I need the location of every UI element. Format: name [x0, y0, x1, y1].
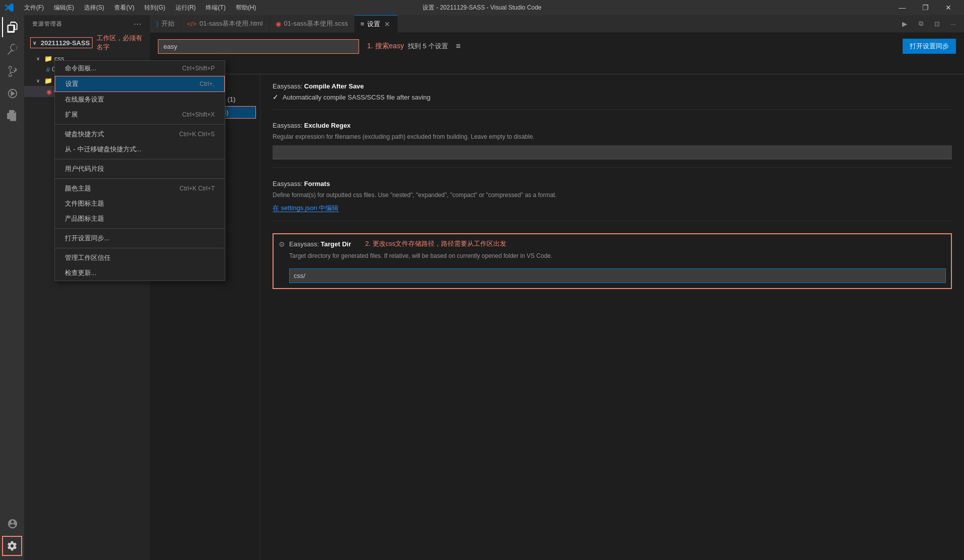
- setting-target-desc: Target directory for generated files. If…: [289, 251, 946, 260]
- menu-color-theme[interactable]: 颜色主题 Ctrl+K Ctrl+T: [55, 181, 225, 196]
- sass-folder-arrow-icon: ∨: [36, 78, 44, 83]
- menu-migrate-shortcuts[interactable]: 从 - 中迁移键盘快捷方式...: [55, 142, 225, 157]
- tab-welcome-label: 开始: [161, 19, 174, 28]
- menu-terminal[interactable]: 终端(T): [202, 3, 229, 13]
- settings-search-row: 1. 搜索easy 找到 5 个设置 ≡ 打开设置同步: [150, 33, 964, 58]
- menu-online-services[interactable]: 在线服务设置: [55, 92, 225, 107]
- setting-formats-desc: Define format(s) for outputted css files…: [273, 191, 952, 200]
- titlebar-left: 文件(F) 编辑(E) 选择(S) 查看(V) 转到(G) 运行(R) 终端(T…: [4, 3, 260, 13]
- tab-settings[interactable]: ≡ 设置 ✕: [355, 15, 398, 33]
- settings-tab-icon: ≡: [361, 20, 365, 28]
- setting-target-title: Easysass: Target Dir: [289, 240, 351, 248]
- titlebar-controls: — ❐ ✕: [891, 0, 960, 15]
- activity-settings[interactable]: [2, 536, 22, 556]
- content-area: ⟩ 开始 </> 01-sass基本使用.html ◉ 01-sass基本使用.…: [150, 15, 964, 560]
- css-folder-icon: 📁: [44, 55, 52, 62]
- activity-account[interactable]: [2, 514, 22, 534]
- root-folder[interactable]: ∨ 20211129-SASS: [30, 37, 93, 48]
- activity-extensions[interactable]: [2, 106, 22, 126]
- setting-target-dir-content: Easysass: Target Dir 2. 更改css文件存储路径，路径需要…: [289, 239, 946, 283]
- activity-run[interactable]: [2, 83, 22, 104]
- maximize-button[interactable]: ❐: [914, 0, 937, 15]
- menu-divider-5: [55, 248, 225, 248]
- sidebar-more-button[interactable]: ···: [134, 20, 142, 29]
- setting-gear-row: ⚙ Easysass: Target Dir 2. 更改css文件存储路径，路径…: [279, 239, 946, 283]
- menu-file[interactable]: 文件(F): [20, 3, 48, 13]
- setting-compile-after-save: Easysass: Compile After Save ✓ Automatic…: [273, 82, 952, 110]
- tab-settings-label: 设置: [367, 20, 380, 29]
- target-dir-title-row: Easysass: Target Dir 2. 更改css文件存储路径，路径需要…: [289, 239, 946, 248]
- tab-welcome[interactable]: ⟩ 开始: [150, 15, 181, 33]
- menu-command-palette[interactable]: 命令面板... Ctrl+Shift+P: [55, 61, 225, 76]
- layout-button[interactable]: ⊡: [930, 17, 944, 31]
- filter-icon[interactable]: ≡: [456, 42, 461, 51]
- close-button[interactable]: ✕: [937, 0, 960, 15]
- compile-check-label: Automatically compile SASS/SCSS file aft…: [283, 94, 430, 101]
- menu-goto[interactable]: 转到(G): [140, 3, 169, 13]
- tab-bar: ⟩ 开始 </> 01-sass基本使用.html ◉ 01-sass基本使用.…: [150, 15, 964, 33]
- menu-user-snippets[interactable]: 用户代码片段: [55, 161, 225, 176]
- setting-formats: Easysass: Formats Define format(s) for o…: [273, 180, 952, 221]
- more-actions-button[interactable]: ···: [946, 17, 960, 31]
- activity-bar-bottom: [2, 514, 22, 560]
- activity-source-control[interactable]: [2, 61, 22, 81]
- main-layout: 资源管理器 ··· ∨ 20211129-SASS 工作区，必须有名字 ∨ 📁 …: [0, 15, 964, 560]
- vscode-logo-icon: [4, 3, 14, 13]
- minimize-button[interactable]: —: [891, 0, 914, 15]
- titlebar-menu: 文件(F) 编辑(E) 选择(S) 查看(V) 转到(G) 运行(R) 终端(T…: [20, 3, 260, 13]
- scss-tab-icon: ◉: [276, 20, 281, 28]
- settings-sync-button[interactable]: 打开设置同步: [903, 39, 956, 54]
- sass-folder-icon: 📁: [44, 77, 52, 84]
- target-dir-annotation: 2. 更改css文件存储路径，路径需要从工作区出发: [365, 239, 506, 248]
- menu-view[interactable]: 查看(V): [110, 3, 138, 13]
- run-action-button[interactable]: ▶: [898, 17, 912, 31]
- menu-file-icon-theme[interactable]: 文件图标主题: [55, 196, 225, 211]
- settings-panel: 1. 搜索easy 找到 5 个设置 ≡ 打开设置同步 用户 工作区 ∨ 扩展 …: [150, 33, 964, 560]
- css-file-icon: #: [46, 66, 50, 73]
- activity-search[interactable]: [2, 39, 22, 59]
- setting-formats-title: Easysass: Formats: [273, 180, 952, 188]
- menu-check-updates[interactable]: 检查更新...: [55, 265, 225, 281]
- settings-body: ∨ 扩展 (5) Easy LESS config... (1) EasySas…: [150, 74, 964, 560]
- menu-divider-4: [55, 228, 225, 229]
- exclude-regex-input[interactable]: [273, 145, 952, 159]
- tab-scss-label: 01-sass基本使用.scss: [284, 19, 348, 28]
- activity-bar: [0, 15, 24, 560]
- target-dir-input[interactable]: [289, 268, 946, 283]
- menu-select[interactable]: 选择(S): [80, 3, 108, 13]
- search-result-info: 1. 搜索easy 找到 5 个设置: [367, 42, 448, 51]
- menu-extensions[interactable]: 扩展 Ctrl+Shift+X: [55, 107, 225, 122]
- tab-scss[interactable]: ◉ 01-sass基本使用.scss: [270, 15, 355, 33]
- menu-product-icon-theme[interactable]: 产品图标主题: [55, 211, 225, 226]
- setting-target-dir: ⚙ Easysass: Target Dir 2. 更改css文件存储路径，路径…: [273, 233, 952, 289]
- css-folder-arrow-icon: ∨: [36, 56, 44, 61]
- settings-search-input[interactable]: [158, 39, 359, 54]
- menu-keyboard-shortcuts[interactable]: 键盘快捷方式 Ctrl+K Ctrl+S: [55, 127, 225, 142]
- menu-settings[interactable]: 设置 Ctrl+,: [55, 76, 225, 92]
- menu-run[interactable]: 运行(R): [171, 3, 200, 13]
- setting-exclude-regex: Easysass: Exclude Regex Regular expressi…: [273, 122, 952, 168]
- titlebar-title: 设置 - 20211129-SASS - Visual Studio Code: [422, 4, 542, 12]
- setting-compile-check: ✓ Automatically compile SASS/SCSS file a…: [273, 93, 952, 101]
- menu-divider-1: [55, 124, 225, 125]
- menu-manage-trust[interactable]: 管理工作区信任: [55, 250, 225, 265]
- settings-entries-list: Easysass: Compile After Save ✓ Automatic…: [260, 74, 964, 560]
- tab-html[interactable]: </> 01-sass基本使用.html: [181, 15, 270, 33]
- setting-compile-title: Easysass: Compile After Save: [273, 82, 952, 90]
- scss-file-icon: ◉: [46, 88, 52, 96]
- context-menu: 命令面板... Ctrl+Shift+P 设置 Ctrl+, 在线服务设置 扩展…: [54, 60, 225, 281]
- workspace-row: ∨ 20211129-SASS 工作区，必须有名字: [24, 33, 150, 53]
- menu-help[interactable]: 帮助(H): [232, 3, 260, 13]
- split-editor-button[interactable]: ⧉: [914, 17, 928, 31]
- menu-edit[interactable]: 编辑(E): [50, 3, 78, 13]
- setting-gear-icon[interactable]: ⚙: [279, 240, 285, 248]
- menu-divider-3: [55, 178, 225, 179]
- menu-open-settings-sync[interactable]: 打开设置同步...: [55, 231, 225, 246]
- sidebar: 资源管理器 ··· ∨ 20211129-SASS 工作区，必须有名字 ∨ 📁 …: [24, 15, 150, 560]
- activity-explorer[interactable]: [2, 17, 22, 37]
- tab-settings-close[interactable]: ✕: [383, 20, 391, 28]
- workspace-annotation: 工作区，必须有名字: [97, 34, 146, 52]
- html-tab-icon: </>: [187, 20, 197, 28]
- settings-json-link[interactable]: 在 settings.json 中编辑: [273, 204, 339, 212]
- search-result-count: 找到 5 个设置: [408, 42, 448, 51]
